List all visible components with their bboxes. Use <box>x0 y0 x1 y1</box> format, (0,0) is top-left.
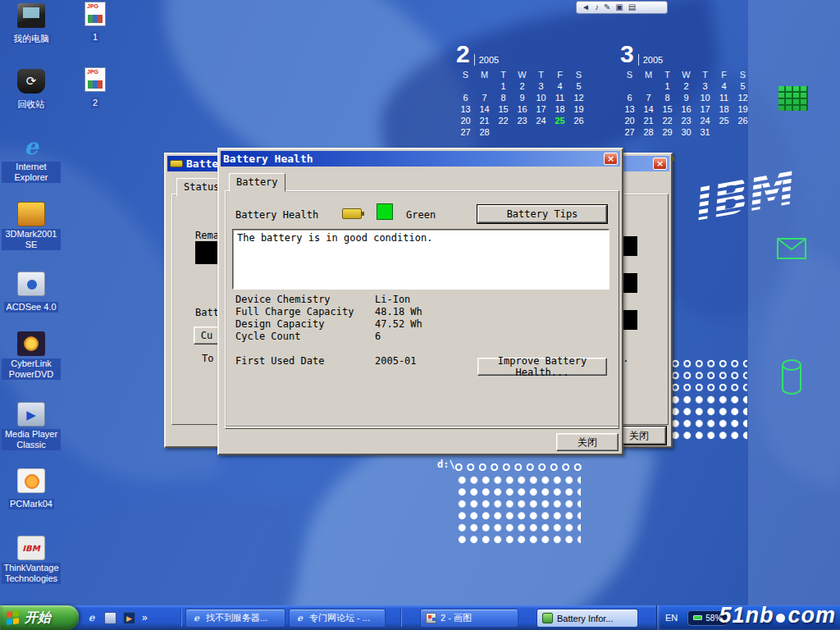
desktop-icon-internet-explorer[interactable]: Internet Explorer <box>2 135 61 184</box>
keyboard-icon[interactable]: ▤ <box>628 2 636 13</box>
jpg-file-icon: JPG <box>84 67 106 92</box>
health-status-text: Green <box>406 209 436 221</box>
desktop-file-jpg-1[interactable]: JPG 1 <box>75 2 115 43</box>
dot-pattern <box>453 461 584 473</box>
calendar-day-header: W <box>677 69 696 80</box>
desktop-icon-label: PCMark04 <box>8 499 54 509</box>
desktop-icon-my-computer[interactable]: 我的电脑 <box>2 3 61 45</box>
powerdvd-icon <box>17 331 45 356</box>
close-icon[interactable] <box>604 153 618 165</box>
current-button[interactable]: Cu <box>194 326 220 345</box>
calendar-day: 27 <box>456 126 475 138</box>
calendar-day: 1 <box>494 80 513 92</box>
show-desktop-icon[interactable] <box>104 612 116 624</box>
field-label: Device Chemistry <box>235 294 375 305</box>
calendar-day-header: F <box>714 69 733 80</box>
desktop-file-jpg-2[interactable]: JPG 2 <box>75 67 115 109</box>
3dmark-icon <box>17 202 45 226</box>
battery-tips-button[interactable]: Battery Tips <box>477 205 607 223</box>
calendar-day: 13 <box>456 103 475 115</box>
calendar-day: 10 <box>696 92 714 103</box>
calendar-day-header: F <box>550 69 569 80</box>
calendar-year: 2005 <box>474 54 499 66</box>
start-button[interactable]: 开始 <box>0 605 79 630</box>
calendar-day: 26 <box>733 115 752 126</box>
calendar-day: 25 <box>550 115 569 126</box>
window-titlebar[interactable]: Battery Health <box>221 151 620 167</box>
task-label: 专门网论坛 - ... <box>309 612 370 624</box>
ibm-logo: IBM <box>682 148 808 244</box>
task-label: Battery Infor... <box>557 614 613 623</box>
desktop-icon-recycle-bin[interactable]: 回收站 <box>2 69 61 111</box>
media-player-quicklaunch-icon[interactable] <box>123 612 135 624</box>
desktop-icon-media-player-classic[interactable]: Media Player Classic <box>2 402 61 451</box>
calendar-day: 15 <box>658 103 677 115</box>
grid-icon <box>778 86 808 111</box>
calendar-day: 24 <box>532 115 550 126</box>
calendar-day-header: T <box>532 69 550 80</box>
calendar-day <box>532 126 550 138</box>
calendar-day-header: W <box>513 69 532 80</box>
calendar-day: 11 <box>714 92 733 103</box>
calendar-day: 9 <box>513 92 532 103</box>
windows-flag-icon <box>7 610 20 625</box>
calendar-day: 31 <box>696 126 714 138</box>
calendar-day <box>456 80 475 92</box>
calendar-day: 21 <box>639 115 658 126</box>
jpg-tag: JPG <box>87 69 98 75</box>
desktop-icon-pcmark04[interactable]: PCMark04 <box>2 468 61 510</box>
pcmark-icon <box>17 468 45 493</box>
calendar-day: 18 <box>550 103 569 115</box>
media-icon[interactable]: ◄ <box>582 2 590 13</box>
desktop-icon-powerdvd[interactable]: CyberLink PowerDVD <box>2 331 61 381</box>
field-label: First Used Date <box>235 355 375 367</box>
calendar-day: 22 <box>658 115 677 126</box>
task-button-forum[interactable]: 专门网论坛 - ... <box>289 609 386 628</box>
calendar-day <box>513 126 532 138</box>
calendar-day: 4 <box>714 80 733 92</box>
desktop-icon-thinkvantage[interactable]: ThinkVantage Technologies <box>2 536 61 585</box>
internet-explorer-icon <box>17 135 45 159</box>
task-button-paint[interactable]: 2 - 画图 <box>420 609 518 628</box>
calendar-day: 17 <box>532 103 550 115</box>
calendar-day: 10 <box>532 92 550 103</box>
close-button[interactable]: 关闭 <box>556 433 619 451</box>
calendar-day-header: T <box>494 69 513 80</box>
health-status-swatch <box>377 203 393 220</box>
desktop-icon-label: 回收站 <box>16 99 47 110</box>
recycle-bin-icon <box>17 69 45 94</box>
desktop-icon-acdsee[interactable]: ACDSee 4.0 <box>2 272 61 313</box>
field-row: Device Chemistry Li-Ion <box>235 294 410 305</box>
start-label: 开始 <box>25 609 51 627</box>
desktop-icon-label: Media Player Classic <box>2 429 61 450</box>
window-title: Batte <box>186 158 218 170</box>
envelope-icon <box>777 238 806 262</box>
calendar-day: 7 <box>639 92 658 103</box>
pen-icon[interactable]: ✎ <box>604 2 610 13</box>
calendar-day-header: S <box>620 69 639 80</box>
calendar-day: 28 <box>475 126 494 138</box>
field-row: Design Capacity 47.52 Wh <box>235 318 422 330</box>
tab-battery[interactable]: Battery <box>229 173 285 192</box>
desktop-icon-3dmark2001[interactable]: 3DMark2001 SE <box>2 202 61 251</box>
task-button-server-not-found[interactable]: 找不到服务器... <box>185 609 285 628</box>
taskbar: 开始 » 找不到服务器... 专门网论坛 - ... 2 - 画图 Batter… <box>0 605 840 630</box>
language-indicator[interactable]: EN <box>665 613 678 623</box>
calendar-month: 3 <box>620 43 634 66</box>
desktop-icon-label: 3DMark2001 SE <box>2 229 61 250</box>
task-button-battery-information[interactable]: Battery Infor... <box>536 609 638 628</box>
jpg-file-icon: JPG <box>84 2 106 26</box>
field-value: 2005-01 <box>375 355 417 367</box>
taskbar-separator <box>180 609 182 627</box>
close-icon[interactable] <box>653 158 667 170</box>
calendar-year: 2005 <box>638 54 663 66</box>
calendar-day <box>550 126 569 138</box>
calendar-day <box>639 80 658 92</box>
improve-battery-health-button[interactable]: Improve Battery Health... <box>477 358 607 376</box>
ie-quicklaunch-icon[interactable] <box>85 612 98 624</box>
cylinder-icon <box>779 358 804 400</box>
calendar-day-header: M <box>639 69 658 80</box>
volume-icon[interactable]: ♪ <box>595 2 599 13</box>
display-icon[interactable]: ▣ <box>615 2 623 13</box>
chevron-icon[interactable]: » <box>142 612 148 623</box>
